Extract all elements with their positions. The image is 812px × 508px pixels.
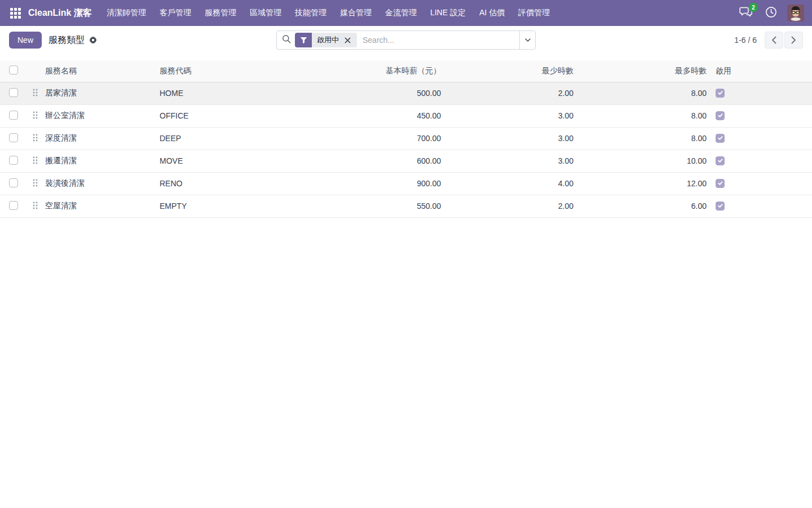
messages-count-badge: 2 — [749, 3, 758, 12]
activities-button[interactable] — [762, 5, 779, 21]
pager-range: 1-6 / 6 — [734, 36, 757, 45]
apps-menu-button[interactable] — [6, 3, 25, 23]
active-checkbox[interactable] — [716, 156, 725, 165]
drag-handle-icon[interactable] — [25, 88, 45, 97]
max-hours-cell: 10.00 — [582, 150, 716, 172]
control-panel: New 服務類型 — [0, 26, 812, 54]
service-code-cell: DEEP — [160, 127, 295, 150]
check-icon — [717, 157, 723, 164]
menu-item-matching[interactable]: 媒合管理 — [333, 0, 378, 26]
row-select-checkbox[interactable] — [9, 88, 18, 97]
view-settings-button[interactable] — [89, 36, 97, 44]
base-rate-cell: 550.00 — [295, 195, 450, 217]
table-row[interactable]: 空屋清潔 EMPTY 550.00 2.00 6.00 — [0, 195, 812, 217]
max-hours-cell: 8.00 — [582, 104, 716, 127]
drag-handle-icon[interactable] — [25, 156, 45, 165]
service-name-cell: 搬遷清潔 — [45, 150, 160, 172]
service-code-cell: EMPTY — [160, 195, 295, 217]
table-row[interactable]: 搬遷清潔 MOVE 600.00 3.00 10.00 — [0, 150, 812, 172]
search-icon — [282, 34, 291, 46]
min-hours-cell: 3.00 — [450, 150, 582, 172]
column-header-base-rate[interactable]: 基本時薪（元） — [295, 60, 450, 82]
close-icon — [345, 37, 351, 43]
check-icon — [717, 203, 723, 209]
filter-funnel-icon — [295, 33, 312, 47]
breadcrumb: 服務類型 — [48, 34, 97, 46]
drag-handle-icon[interactable] — [25, 133, 45, 142]
min-hours-cell: 4.00 — [450, 172, 582, 195]
search-options-toggle[interactable] — [519, 31, 535, 49]
check-icon — [717, 180, 723, 186]
row-select-checkbox[interactable] — [9, 133, 18, 142]
table-row[interactable]: 裝潢後清潔 RENO 900.00 4.00 12.00 — [0, 172, 812, 195]
menu-item-customers[interactable]: 客戶管理 — [153, 0, 198, 26]
menu-item-line-settings[interactable]: LINE 設定 — [423, 0, 473, 26]
pager-next-button[interactable] — [784, 32, 803, 49]
search-input[interactable] — [357, 36, 519, 45]
check-icon — [717, 135, 723, 141]
user-avatar[interactable] — [787, 5, 804, 21]
menu-item-reviews[interactable]: 評價管理 — [511, 0, 557, 26]
table-row[interactable]: 深度清潔 DEEP 700.00 3.00 8.00 — [0, 127, 812, 150]
min-hours-cell: 3.00 — [450, 127, 582, 150]
menu-item-payments[interactable]: 金流管理 — [378, 0, 423, 26]
active-checkbox[interactable] — [716, 202, 725, 211]
base-rate-cell: 900.00 — [295, 172, 450, 195]
row-select-checkbox[interactable] — [9, 156, 18, 165]
base-rate-cell: 600.00 — [295, 150, 450, 172]
table-row[interactable]: 居家清潔 HOME 500.00 2.00 8.00 — [0, 82, 812, 104]
column-header-max-hours[interactable]: 最多時數 — [582, 60, 716, 82]
facet-label: 啟用中 — [317, 35, 339, 45]
menu-item-areas[interactable]: 區域管理 — [243, 0, 288, 26]
check-icon — [717, 90, 723, 96]
row-select-checkbox[interactable] — [9, 178, 18, 187]
service-name-cell: 辦公室清潔 — [45, 104, 160, 127]
menu-item-cleaners[interactable]: 清潔師管理 — [100, 0, 153, 26]
gear-icon — [89, 36, 97, 44]
handle-column-header — [25, 60, 45, 82]
column-header-code[interactable]: 服務代碼 — [160, 60, 295, 82]
row-select-checkbox[interactable] — [9, 201, 18, 210]
row-select-checkbox[interactable] — [9, 111, 18, 120]
menu-item-ai-estimate[interactable]: AI 估價 — [473, 0, 511, 26]
base-rate-cell: 450.00 — [295, 104, 450, 127]
service-types-list: 服務名稱 服務代碼 基本時薪（元） 最少時數 最多時數 啟用 居家清潔 HOME — [0, 60, 812, 218]
messages-button[interactable]: 2 — [738, 5, 754, 21]
active-checkbox[interactable] — [716, 179, 725, 188]
facet-remove-button[interactable] — [343, 36, 352, 45]
drag-handle-icon[interactable] — [25, 178, 45, 187]
check-icon — [717, 112, 723, 119]
drag-handle-icon[interactable] — [25, 201, 45, 210]
page-title: 服務類型 — [48, 34, 85, 46]
table-row[interactable]: 辦公室清潔 OFFICE 450.00 3.00 8.00 — [0, 104, 812, 127]
active-checkbox[interactable] — [716, 89, 725, 98]
column-header-name[interactable]: 服務名稱 — [45, 60, 160, 82]
chevron-right-icon — [791, 36, 796, 44]
search-facet-active-filter: 啟用中 — [295, 33, 357, 47]
service-name-cell: 裝潢後清潔 — [45, 172, 160, 195]
max-hours-cell: 12.00 — [582, 172, 716, 195]
apps-grid-icon — [10, 8, 21, 19]
menu-item-services[interactable]: 服務管理 — [198, 0, 243, 26]
base-rate-cell: 700.00 — [295, 127, 450, 150]
brand-title[interactable]: CleanLink 潔客 — [28, 7, 92, 19]
column-header-min-hours[interactable]: 最少時數 — [450, 60, 582, 82]
main-menu: 清潔師管理 客戶管理 服務管理 區域管理 技能管理 媒合管理 金流管理 LINE… — [100, 0, 557, 26]
drag-handle-icon[interactable] — [25, 111, 45, 120]
top-navbar: CleanLink 潔客 清潔師管理 客戶管理 服務管理 區域管理 技能管理 媒… — [0, 0, 812, 26]
active-checkbox[interactable] — [716, 111, 725, 120]
chevron-down-icon — [525, 38, 531, 42]
table-header-row: 服務名稱 服務代碼 基本時薪（元） 最少時數 最多時數 啟用 — [0, 60, 812, 82]
service-code-cell: MOVE — [160, 150, 295, 172]
service-code-cell: OFFICE — [160, 104, 295, 127]
service-code-cell: HOME — [160, 82, 295, 104]
menu-item-skills[interactable]: 技能管理 — [288, 0, 333, 26]
pager-previous-button[interactable] — [765, 32, 783, 49]
active-checkbox[interactable] — [716, 134, 725, 143]
service-name-cell: 深度清潔 — [45, 127, 160, 150]
select-all-checkbox[interactable] — [9, 65, 18, 75]
column-header-active[interactable]: 啟用 — [716, 60, 812, 82]
new-button[interactable]: New — [9, 32, 42, 49]
min-hours-cell: 3.00 — [450, 104, 582, 127]
base-rate-cell: 500.00 — [295, 82, 450, 104]
